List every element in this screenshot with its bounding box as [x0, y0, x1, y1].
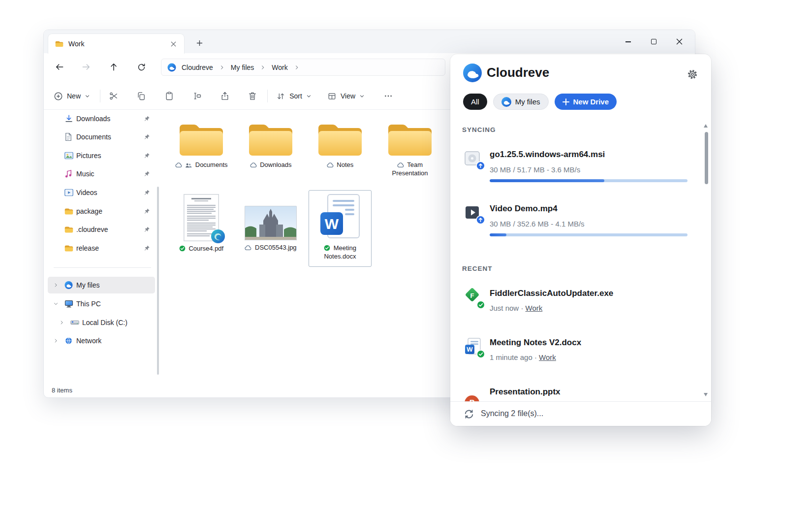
installer-file-icon	[463, 149, 483, 168]
new-button-label: New	[67, 92, 81, 100]
cloudreve-sync-panel: Cloudreve All My files New Drive SYNCING…	[450, 54, 711, 426]
cloudreve-logo-icon	[463, 64, 482, 82]
cut-button[interactable]	[103, 87, 125, 105]
file-tile-course4-pdf[interactable]: Course4.pdf	[170, 190, 233, 267]
panel-title: Cloudreve	[487, 65, 549, 80]
sidebar-item-this-pc[interactable]: This PC	[48, 295, 155, 312]
view-icon	[327, 92, 337, 101]
transfer-list: SYNCING go1.25.5.windows-arm64.msi 30 MB…	[450, 118, 711, 401]
scrollbar-up-arrow[interactable]	[704, 124, 708, 128]
recent-item-meeting-notes[interactable]: W Meeting Notes V2.docx 1 minute ago · W…	[450, 335, 711, 384]
sidebar-item-package[interactable]: package	[48, 203, 155, 220]
recent-file-name: FiddlerClassicAutoUpdater.exe	[490, 289, 613, 298]
paste-icon	[164, 91, 174, 101]
paste-button[interactable]	[158, 87, 180, 105]
chevron-right-icon	[53, 338, 59, 344]
minimize-icon	[625, 41, 631, 42]
tab-close-icon[interactable]	[167, 38, 179, 50]
sidebar-item-downloads[interactable]: Downloads	[48, 110, 155, 127]
sidebar-item-release[interactable]: release	[48, 240, 155, 257]
new-button[interactable]: New	[50, 87, 94, 105]
maximize-icon	[651, 39, 656, 44]
folder-tile-notes[interactable]: Notes	[309, 116, 372, 190]
shared-people-icon	[185, 162, 192, 168]
sidebar-item-videos[interactable]: Videos	[48, 184, 155, 201]
more-options-button[interactable]	[378, 87, 398, 105]
sync-item-video[interactable]: Video Demo.mp4 30 MB / 352.6 MB - 4.1 MB…	[450, 201, 711, 250]
new-tab-button[interactable]	[193, 37, 205, 49]
sidebar-item-local-disk[interactable]: Local Disk (C:)	[48, 314, 155, 331]
chip-my-files[interactable]: My files	[493, 94, 549, 110]
meta-separator: ·	[521, 304, 523, 312]
chevron-down-icon	[53, 301, 59, 307]
recent-location-link[interactable]: Work	[539, 353, 556, 361]
pin-icon	[144, 245, 150, 252]
forward-button[interactable]	[76, 58, 96, 76]
divider	[100, 90, 100, 102]
sort-icon	[276, 92, 285, 101]
pin-icon	[144, 171, 150, 177]
sidebar-item-my-files[interactable]: My files	[48, 277, 155, 293]
sort-button[interactable]: Sort	[272, 87, 315, 105]
folder-name: Documents	[195, 161, 228, 168]
chevron-down-icon	[306, 94, 312, 99]
sidebar-item-documents[interactable]: Documents	[48, 129, 155, 145]
pdf-thumbnail	[184, 194, 219, 241]
meta-separator: ·	[534, 353, 537, 361]
svg-text:W: W	[325, 216, 339, 232]
video-file-icon	[463, 203, 483, 223]
file-tile-dsc05543-jpg[interactable]: DSC05543.jpg	[239, 190, 302, 267]
refresh-button[interactable]	[131, 58, 151, 76]
sidebar-item-pictures[interactable]: Pictures	[48, 147, 155, 164]
delete-button[interactable]	[242, 87, 263, 105]
sidebar-item-network[interactable]: Network	[48, 332, 155, 349]
copy-button[interactable]	[130, 87, 152, 105]
sidebar-scrollbar[interactable]	[157, 187, 159, 375]
sidebar-item-cloudreve-folder[interactable]: .cloudreve	[48, 221, 155, 238]
recent-location-link[interactable]: Work	[526, 304, 543, 312]
share-button[interactable]	[214, 87, 236, 105]
recent-item-fiddler[interactable]: F FiddlerClassicAutoUpdater.exe Just now…	[450, 286, 711, 335]
file-name: Course4.pdf	[188, 245, 223, 252]
view-button-label: View	[341, 92, 355, 100]
file-tile-meeting-notes-docx[interactable]: W Meeting Notes.docx	[309, 190, 372, 267]
plus-circle-icon	[54, 92, 63, 101]
progress-bar	[490, 233, 687, 236]
tab-work[interactable]: Work	[48, 33, 185, 54]
folder-tile-downloads[interactable]: Downloads	[239, 116, 302, 190]
scrollbar-down-arrow[interactable]	[704, 393, 708, 396]
sync-file-detail: 30 MB / 51.7 MB - 3.6 MB/s	[490, 165, 580, 174]
sync-spinner-icon	[463, 408, 475, 420]
network-icon	[64, 337, 73, 345]
sidebar-item-music[interactable]: Music	[48, 165, 155, 182]
svg-text:W: W	[467, 346, 473, 353]
address-bar[interactable]: Cloudreve My files Work	[161, 59, 445, 76]
breadcrumb-my-files[interactable]: My files	[228, 63, 256, 72]
breadcrumb-cloudreve[interactable]: Cloudreve	[179, 63, 216, 72]
downloads-icon	[64, 114, 73, 123]
computer-icon	[64, 300, 73, 308]
breadcrumb-work[interactable]: Work	[269, 63, 290, 72]
pin-icon	[144, 190, 150, 196]
folder-tile-team-presentation[interactable]: Team Presentation	[378, 116, 441, 190]
sync-item-msi[interactable]: go1.25.5.windows-arm64.msi 30 MB / 51.7 …	[450, 147, 711, 196]
view-button[interactable]: View	[323, 87, 369, 105]
close-button[interactable]	[666, 31, 692, 52]
cloud-status-icon	[245, 245, 251, 251]
settings-button[interactable]	[686, 67, 699, 81]
rename-button[interactable]	[186, 87, 208, 105]
folder-tile-documents[interactable]: Documents	[170, 116, 233, 190]
maximize-button[interactable]	[641, 31, 666, 52]
back-button[interactable]	[50, 58, 69, 76]
new-drive-button[interactable]: New Drive	[555, 94, 617, 110]
folder-icon	[64, 245, 73, 252]
scrollbar-thumb[interactable]	[705, 132, 708, 184]
recent-item-presentation[interactable]: P Presentation.pptx	[450, 384, 711, 401]
chip-all[interactable]: All	[463, 94, 487, 110]
chevron-down-icon	[359, 94, 365, 99]
up-button[interactable]	[104, 58, 124, 76]
minimize-button[interactable]	[615, 31, 641, 52]
chevron-right-icon	[259, 64, 266, 71]
divider	[267, 90, 268, 102]
synced-check-icon	[324, 245, 330, 251]
